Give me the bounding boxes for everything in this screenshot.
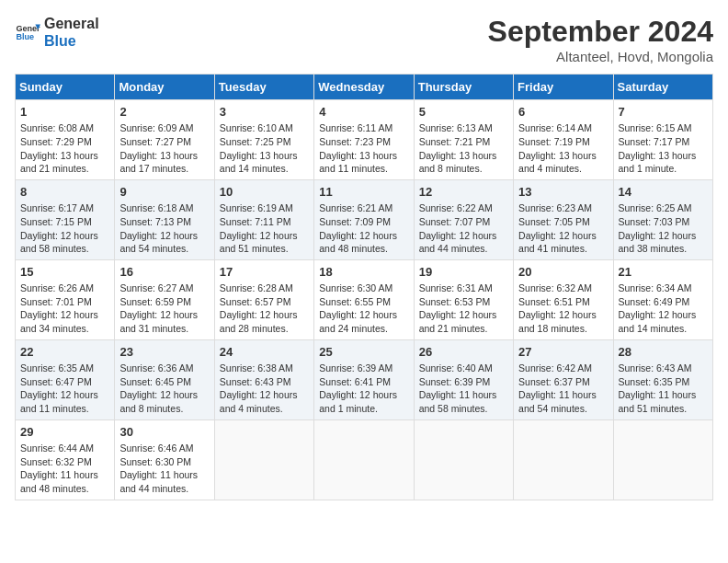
calendar-cell: 7Sunrise: 6:15 AMSunset: 7:17 PMDaylight… <box>613 100 712 180</box>
day-info-line: Daylight: 11 hours and 51 minutes. <box>619 388 708 415</box>
day-number: 30 <box>119 424 209 441</box>
day-info-line: Daylight: 11 hours and 54 minutes. <box>518 388 608 415</box>
day-info-line: Sunset: 6:45 PM <box>119 375 209 389</box>
day-info-line: Sunrise: 6:38 AM <box>220 362 309 375</box>
day-info-line: Sunrise: 6:46 AM <box>119 442 209 455</box>
day-info-line: Sunrise: 6:28 AM <box>220 282 309 295</box>
day-number: 29 <box>20 424 109 441</box>
day-info-line: Daylight: 12 hours and 31 minutes. <box>119 308 209 335</box>
day-info-line: Sunset: 7:27 PM <box>119 135 209 149</box>
day-info-line: Sunset: 6:32 PM <box>20 455 109 469</box>
calendar-table: SundayMondayTuesdayWednesdayThursdayFrid… <box>15 74 713 500</box>
day-info-line: Sunset: 6:37 PM <box>518 375 608 389</box>
day-info-line: Sunrise: 6:43 AM <box>619 362 708 375</box>
day-number: 12 <box>419 184 508 201</box>
calendar-cell: 28Sunrise: 6:43 AMSunset: 6:35 PMDayligh… <box>613 339 712 419</box>
day-number: 14 <box>619 184 708 201</box>
day-number: 22 <box>20 344 109 361</box>
calendar-cell: 12Sunrise: 6:22 AMSunset: 7:07 PMDayligh… <box>414 179 513 259</box>
day-info-line: Daylight: 11 hours and 58 minutes. <box>419 388 508 415</box>
day-info-line: Daylight: 12 hours and 38 minutes. <box>619 229 708 256</box>
calendar-cell: 5Sunrise: 6:13 AMSunset: 7:21 PMDaylight… <box>414 100 513 180</box>
day-header-tuesday: Tuesday <box>214 75 313 100</box>
day-info-line: Daylight: 12 hours and 8 minutes. <box>119 388 209 415</box>
calendar-cell: 14Sunrise: 6:25 AMSunset: 7:03 PMDayligh… <box>613 179 712 259</box>
day-info-line: Daylight: 13 hours and 4 minutes. <box>518 149 608 176</box>
calendar-week-row: 15Sunrise: 6:26 AMSunset: 7:01 PMDayligh… <box>16 259 713 339</box>
day-info-line: Daylight: 12 hours and 58 minutes. <box>20 229 109 256</box>
day-info-line: Sunset: 6:55 PM <box>319 295 408 309</box>
day-number: 9 <box>119 184 209 201</box>
calendar-cell: 19Sunrise: 6:31 AMSunset: 6:53 PMDayligh… <box>414 259 513 339</box>
calendar-cell: 3Sunrise: 6:10 AMSunset: 7:25 PMDaylight… <box>214 100 313 180</box>
day-number: 8 <box>20 184 109 201</box>
day-info-line: Sunset: 7:23 PM <box>319 135 408 149</box>
day-info-line: Sunrise: 6:08 AM <box>20 121 109 135</box>
day-info-line: Daylight: 11 hours and 44 minutes. <box>119 468 209 495</box>
day-info-line: Sunrise: 6:15 AM <box>619 121 708 135</box>
day-info-line: Sunset: 7:01 PM <box>20 295 109 309</box>
day-info-line: Sunset: 6:39 PM <box>419 375 508 389</box>
calendar-cell: 30Sunrise: 6:46 AMSunset: 6:30 PMDayligh… <box>115 419 214 500</box>
calendar-cell: 2Sunrise: 6:09 AMSunset: 7:27 PMDaylight… <box>115 100 214 180</box>
calendar-cell: 16Sunrise: 6:27 AMSunset: 6:59 PMDayligh… <box>115 259 214 339</box>
day-number: 28 <box>619 344 708 361</box>
day-info-line: Daylight: 12 hours and 48 minutes. <box>319 229 408 256</box>
day-number: 11 <box>319 184 408 201</box>
day-number: 1 <box>20 104 109 121</box>
day-info-line: Sunset: 6:51 PM <box>518 295 608 309</box>
day-info-line: Sunset: 7:09 PM <box>319 215 408 229</box>
day-info-line: Sunrise: 6:27 AM <box>119 282 209 295</box>
day-number: 23 <box>119 344 209 361</box>
day-number: 13 <box>518 184 608 201</box>
day-info-line: Sunset: 6:43 PM <box>220 375 309 389</box>
day-info-line: Sunset: 7:19 PM <box>518 135 608 149</box>
svg-text:Blue: Blue <box>16 33 34 42</box>
day-number: 10 <box>220 184 309 201</box>
calendar-cell: 18Sunrise: 6:30 AMSunset: 6:55 PMDayligh… <box>314 259 414 339</box>
day-info-line: Sunrise: 6:14 AM <box>518 121 608 135</box>
logo: General Blue General Blue <box>15 15 99 50</box>
day-number: 24 <box>220 344 309 361</box>
day-info-line: Sunset: 6:35 PM <box>619 375 708 389</box>
day-info-line: Sunset: 6:53 PM <box>419 295 508 309</box>
day-info-line: Sunrise: 6:18 AM <box>119 201 209 215</box>
day-info-line: Sunrise: 6:21 AM <box>319 201 408 215</box>
day-header-saturday: Saturday <box>613 75 712 100</box>
calendar-cell: 20Sunrise: 6:32 AMSunset: 6:51 PMDayligh… <box>514 259 613 339</box>
calendar-cell: 9Sunrise: 6:18 AMSunset: 7:13 PMDaylight… <box>115 179 214 259</box>
day-number: 20 <box>518 264 608 281</box>
day-header-wednesday: Wednesday <box>314 75 414 100</box>
day-info-line: Sunrise: 6:44 AM <box>20 442 109 455</box>
calendar-cell: 13Sunrise: 6:23 AMSunset: 7:05 PMDayligh… <box>514 179 613 259</box>
day-number: 3 <box>220 104 309 121</box>
day-info-line: Daylight: 12 hours and 54 minutes. <box>119 229 209 256</box>
day-info-line: Sunrise: 6:17 AM <box>20 201 109 215</box>
day-number: 6 <box>518 104 608 121</box>
day-info-line: Sunset: 7:15 PM <box>20 215 109 229</box>
day-header-monday: Monday <box>115 75 214 100</box>
day-info-line: Daylight: 12 hours and 28 minutes. <box>220 308 309 335</box>
calendar-cell <box>613 419 712 500</box>
day-number: 26 <box>419 344 508 361</box>
day-info-line: Sunrise: 6:40 AM <box>419 362 508 375</box>
day-info-line: Sunset: 7:13 PM <box>119 215 209 229</box>
calendar-cell: 4Sunrise: 6:11 AMSunset: 7:23 PMDaylight… <box>314 100 414 180</box>
day-info-line: Sunset: 7:21 PM <box>419 135 508 149</box>
calendar-week-row: 1Sunrise: 6:08 AMSunset: 7:29 PMDaylight… <box>16 100 713 180</box>
calendar-cell: 10Sunrise: 6:19 AMSunset: 7:11 PMDayligh… <box>214 179 313 259</box>
logo-text-line2: Blue <box>44 32 99 50</box>
day-info-line: Daylight: 12 hours and 18 minutes. <box>518 308 608 335</box>
day-info-line: Sunrise: 6:19 AM <box>220 201 309 215</box>
day-info-line: Sunset: 6:49 PM <box>619 295 708 309</box>
day-info-line: Daylight: 13 hours and 17 minutes. <box>119 149 209 176</box>
day-info-line: Sunrise: 6:36 AM <box>119 362 209 375</box>
day-info-line: Sunrise: 6:09 AM <box>119 121 209 135</box>
calendar-week-row: 8Sunrise: 6:17 AMSunset: 7:15 PMDaylight… <box>16 179 713 259</box>
calendar-cell: 23Sunrise: 6:36 AMSunset: 6:45 PMDayligh… <box>115 339 214 419</box>
day-number: 16 <box>119 264 209 281</box>
calendar-cell: 29Sunrise: 6:44 AMSunset: 6:32 PMDayligh… <box>16 419 115 500</box>
day-info-line: Daylight: 12 hours and 34 minutes. <box>20 308 109 335</box>
day-number: 25 <box>319 344 408 361</box>
page-header: General Blue General Blue September 2024… <box>15 15 713 64</box>
